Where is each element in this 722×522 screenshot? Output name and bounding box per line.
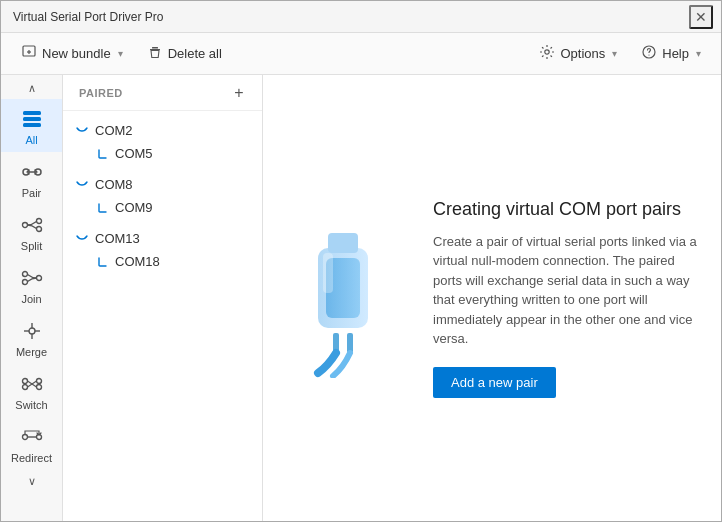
close-button[interactable]: ✕ <box>689 5 713 29</box>
new-bundle-label: New bundle <box>42 46 111 61</box>
new-bundle-chevron: ▾ <box>118 48 123 59</box>
help-icon <box>641 44 657 63</box>
sidebar-item-pair-label: Pair <box>22 187 42 199</box>
content-title: Creating virtual COM port pairs <box>433 199 701 220</box>
svg-point-19 <box>22 280 27 285</box>
sidebar-item-split[interactable]: Split <box>1 205 62 258</box>
svg-rect-3 <box>152 47 158 49</box>
com-port-name: COM13 <box>95 231 140 246</box>
sidebar-item-merge[interactable]: Merge <box>1 311 62 364</box>
help-chevron: ▾ <box>696 48 701 59</box>
svg-point-16 <box>36 227 41 232</box>
svg-point-18 <box>22 272 27 277</box>
window-title: Virtual Serial Port Driver Pro <box>13 10 164 24</box>
sidebar-item-redirect-label: Redirect <box>11 452 52 464</box>
svg-rect-8 <box>23 111 41 115</box>
join-icon <box>20 266 44 290</box>
plug-illustration <box>283 218 403 378</box>
svg-rect-35 <box>328 233 358 253</box>
pairs-panel: PAIRED + COM2 <box>63 75 263 521</box>
toolbar: New bundle ▾ Delete all <box>1 33 721 75</box>
svg-point-26 <box>36 379 41 384</box>
svg-rect-9 <box>23 117 41 121</box>
com-pair-icon <box>75 178 89 192</box>
com-sub-icon <box>95 255 109 269</box>
svg-point-28 <box>36 385 41 390</box>
sidebar-item-switch[interactable]: Switch <box>1 364 62 417</box>
pairs-header-label: PAIRED <box>79 87 123 99</box>
svg-point-12 <box>35 169 41 175</box>
all-icon <box>20 107 44 131</box>
sidebar-item-pair[interactable]: Pair <box>1 152 62 205</box>
sidebar: ∧ All <box>1 75 63 521</box>
pair-group-1: COM2 COM5 <box>63 119 262 165</box>
com-port-name: COM8 <box>95 177 133 192</box>
content-view: Creating virtual COM port pairs Create a… <box>263 75 721 521</box>
sidebar-item-redirect[interactable]: Redirect <box>1 417 62 470</box>
delete-all-label: Delete all <box>168 46 222 61</box>
svg-point-25 <box>22 379 27 384</box>
sidebar-item-merge-label: Merge <box>16 346 47 358</box>
options-label: Options <box>560 46 605 61</box>
help-button[interactable]: Help ▾ <box>631 39 711 68</box>
info-text: Creating virtual COM port pairs Create a… <box>433 199 701 398</box>
pair-group-2: COM8 COM9 <box>63 173 262 219</box>
redirect-icon <box>20 425 44 449</box>
svg-point-17 <box>36 276 41 281</box>
svg-point-11 <box>23 169 29 175</box>
main-panel: PAIRED + COM2 <box>63 75 721 521</box>
svg-rect-36 <box>323 253 333 293</box>
com-sub-icon <box>95 147 109 161</box>
toolbar-right: Options ▾ Help ▾ <box>529 39 711 68</box>
delete-all-button[interactable]: Delete all <box>137 39 232 68</box>
list-item[interactable]: COM9 <box>63 196 262 219</box>
new-bundle-icon <box>21 44 37 63</box>
com-pair-icon <box>75 124 89 138</box>
com-pair-icon <box>75 232 89 246</box>
sidebar-item-join[interactable]: Join <box>1 258 62 311</box>
svg-point-7 <box>649 54 650 55</box>
options-button[interactable]: Options ▾ <box>529 39 627 68</box>
switch-icon <box>20 372 44 396</box>
list-item[interactable]: COM13 <box>63 227 262 250</box>
help-label: Help <box>662 46 689 61</box>
svg-point-27 <box>22 385 27 390</box>
svg-rect-10 <box>23 123 41 127</box>
options-chevron: ▾ <box>612 48 617 59</box>
com-port-name: COM9 <box>115 200 153 215</box>
new-bundle-button[interactable]: New bundle ▾ <box>11 39 133 68</box>
com-port-name: COM2 <box>95 123 133 138</box>
svg-rect-4 <box>150 49 160 50</box>
com-port-name: COM5 <box>115 146 153 161</box>
sidebar-item-split-label: Split <box>21 240 42 252</box>
com-sub-icon <box>95 201 109 215</box>
svg-point-5 <box>545 50 549 54</box>
sidebar-scroll-down[interactable]: ∨ <box>1 470 62 492</box>
com-port-name: COM18 <box>115 254 160 269</box>
content-description: Create a pair of virtual serial ports li… <box>433 232 701 349</box>
title-bar: Virtual Serial Port Driver Pro ✕ <box>1 1 721 33</box>
pair-icon <box>20 160 44 184</box>
delete-icon <box>147 44 163 63</box>
pairs-add-button[interactable]: + <box>228 82 250 104</box>
sidebar-item-join-label: Join <box>21 293 41 305</box>
add-pair-button[interactable]: Add a new pair <box>433 367 556 398</box>
svg-point-14 <box>22 223 27 228</box>
pairs-header: PAIRED + <box>63 75 262 111</box>
split-icon <box>20 213 44 237</box>
svg-point-29 <box>22 435 27 440</box>
list-item[interactable]: COM8 <box>63 173 262 196</box>
gear-icon <box>539 44 555 63</box>
sidebar-item-all-label: All <box>25 134 37 146</box>
content-area: ∧ All <box>1 75 721 521</box>
content-inner: Creating virtual COM port pairs Create a… <box>283 199 701 398</box>
list-item[interactable]: COM5 <box>63 142 262 165</box>
list-item[interactable]: COM2 <box>63 119 262 142</box>
list-item[interactable]: COM18 <box>63 250 262 273</box>
pairs-list: COM2 COM5 <box>63 111 262 521</box>
sidebar-item-all[interactable]: All <box>1 99 62 152</box>
main-window: Virtual Serial Port Driver Pro ✕ New bun… <box>0 0 722 522</box>
sidebar-scroll-up[interactable]: ∧ <box>1 77 62 99</box>
pair-group-3: COM13 COM18 <box>63 227 262 273</box>
svg-point-15 <box>36 219 41 224</box>
